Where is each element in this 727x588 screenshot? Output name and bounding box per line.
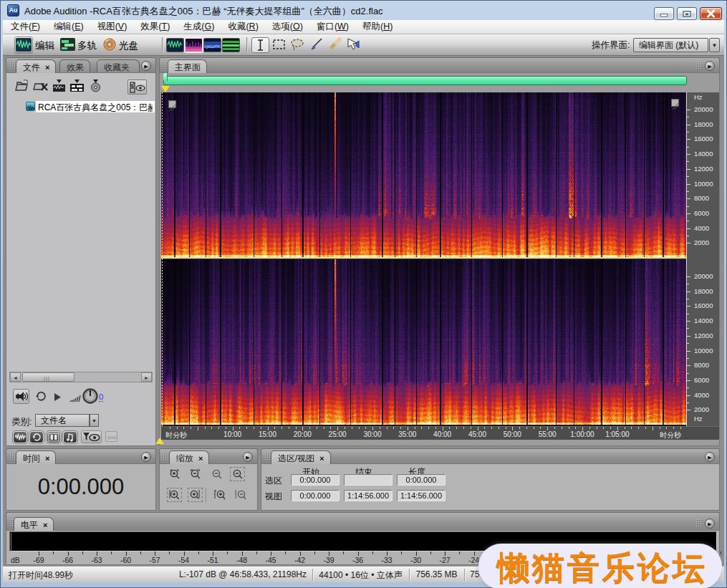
- cng-icon[interactable]: CnG: [105, 431, 117, 442]
- workspace-select[interactable]: 编辑界面 (默认): [633, 38, 708, 52]
- menu-item-5[interactable]: 生成(G): [180, 19, 218, 34]
- selview-panel-menu-button[interactable]: ▶: [705, 452, 715, 462]
- insert-cd-audio-icon[interactable]: [90, 79, 102, 95]
- spectral-view-button[interactable]: [185, 38, 203, 52]
- scroll-right-arrow[interactable]: ►: [141, 372, 152, 382]
- menu-item-4[interactable]: 效果(T): [137, 19, 173, 34]
- cd-view-label[interactable]: 光盘: [119, 39, 138, 52]
- scrub-tool[interactable]: [345, 37, 363, 53]
- tab-effects[interactable]: 效果: [59, 59, 90, 73]
- zoom-in-vertical[interactable]: [213, 488, 227, 501]
- show-video-files-toggle[interactable]: [47, 431, 61, 443]
- insert-into-multitrack-icon[interactable]: [52, 79, 66, 95]
- tab-close-icon[interactable]: ×: [43, 521, 47, 529]
- waveform-view-button[interactable]: [166, 38, 184, 52]
- insert-into-cd-list-icon[interactable]: [69, 79, 85, 95]
- multitrack-view-label[interactable]: 多轨: [77, 39, 97, 52]
- loop-play-button[interactable]: [34, 391, 48, 405]
- tab-close-icon[interactable]: ×: [198, 454, 203, 463]
- zoom-to-selection[interactable]: [231, 468, 244, 481]
- tab-favorites[interactable]: 收藏夹: [97, 59, 140, 73]
- show-midi-files-toggle[interactable]: [63, 431, 77, 443]
- show-options-toggle[interactable]: [127, 79, 147, 95]
- scroll-left-arrow[interactable]: ◄: [10, 372, 21, 382]
- zoom-out-vertical[interactable]: [234, 488, 248, 501]
- files-panel-menu-button[interactable]: ▶: [141, 61, 151, 71]
- menu-item-8[interactable]: 窗口(W): [313, 19, 352, 34]
- zoom-in-horizontal[interactable]: [168, 468, 181, 481]
- menu-item-1[interactable]: 文件(F): [7, 19, 44, 34]
- tab-files[interactable]: 文件×: [16, 59, 56, 73]
- selview-value[interactable]: 1:14:56.000: [344, 490, 393, 501]
- preview-volume-knob[interactable]: [82, 388, 98, 407]
- selview-value[interactable]: 1:14:56.000: [397, 490, 446, 501]
- lasso-selection-tool[interactable]: [289, 37, 307, 53]
- timeline-ruler[interactable]: 时分秒时分秒10:0015:0020:0025:0030:0035:0040:0…: [161, 426, 719, 440]
- tab-level[interactable]: 电平×: [14, 517, 54, 531]
- cd-view-button[interactable]: [103, 38, 116, 54]
- playhead-bottom-marker[interactable]: [155, 438, 164, 444]
- zoom-in-right-edge[interactable]: [188, 488, 202, 501]
- menu-item-9[interactable]: 帮助(H): [359, 19, 396, 34]
- panel-grip[interactable]: [695, 519, 702, 528]
- selection-strip[interactable]: [165, 85, 688, 92]
- selview-value[interactable]: 0:00.000: [291, 474, 340, 486]
- category-select-arrow[interactable]: ▼: [90, 414, 99, 427]
- spectral-display[interactable]: [161, 92, 686, 426]
- show-loop-files-toggle[interactable]: [29, 431, 44, 443]
- menu-item-3[interactable]: 视图(V): [94, 19, 131, 34]
- multitrack-view-button[interactable]: [60, 38, 75, 54]
- minimize-button[interactable]: [654, 7, 674, 20]
- selview-value[interactable]: 0:00.000: [397, 474, 446, 486]
- time-panel-menu-button[interactable]: ▶: [141, 452, 151, 462]
- panel-grip[interactable]: [695, 61, 702, 70]
- tab-selection-view[interactable]: 选区/视图×: [271, 450, 331, 464]
- title-bar[interactable]: Au Adobe Audition -RCA百张古典名盘之005：巴赫 “无伴奏…: [3, 1, 724, 20]
- workspace-select-arrow[interactable]: ▼: [709, 38, 720, 52]
- spot-healing-brush-tool[interactable]: [327, 37, 345, 53]
- spectral-pan-view-button[interactable]: [203, 38, 221, 52]
- restore-button[interactable]: [677, 7, 697, 20]
- playhead-top-marker[interactable]: [161, 86, 170, 92]
- menu-item-2[interactable]: 编辑(E): [50, 19, 87, 34]
- panel-grip[interactable]: [9, 452, 16, 461]
- close-button[interactable]: [700, 7, 722, 20]
- open-file-icon[interactable]: [14, 79, 29, 95]
- menu-item-7[interactable]: 选项(O): [269, 19, 307, 34]
- edit-view-label[interactable]: 编辑: [35, 39, 54, 52]
- knob-value[interactable]: 0: [99, 392, 103, 402]
- zoom-panel-menu-button[interactable]: ▶: [243, 452, 253, 462]
- menu-item-6[interactable]: 收藏(R): [224, 19, 261, 34]
- files-hscrollbar[interactable]: ◄ ►: [9, 372, 153, 382]
- zoom-in-left-edge[interactable]: [168, 488, 181, 501]
- scrollbar-thumb[interactable]: [22, 372, 74, 382]
- category-select[interactable]: 文件名: [35, 414, 90, 427]
- file-list-item[interactable]: RCA百张古典名盘之005：巴赫: [36, 101, 155, 112]
- play-button[interactable]: [54, 392, 62, 405]
- close-file-icon[interactable]: [33, 79, 49, 95]
- effects-paintbrush-tool[interactable]: [308, 37, 326, 53]
- main-panel-menu-button[interactable]: ▶: [705, 61, 715, 71]
- tab-main-interface[interactable]: 主界面: [168, 59, 207, 73]
- phase-view-button[interactable]: [222, 38, 240, 52]
- auto-play-button[interactable]: [13, 389, 29, 404]
- zoom-out-full[interactable]: [210, 468, 223, 481]
- panel-grip[interactable]: [163, 452, 169, 461]
- tab-close-icon[interactable]: ×: [319, 454, 324, 463]
- edit-view-button[interactable]: [14, 37, 33, 53]
- level-panel-menu-button[interactable]: ▶: [705, 519, 715, 529]
- show-audio-files-toggle[interactable]: [13, 431, 27, 443]
- tab-time[interactable]: 时间×: [16, 450, 56, 464]
- range-bar-left-cap[interactable]: [163, 73, 168, 81]
- time-selection-tool[interactable]: [251, 37, 269, 53]
- panel-grip[interactable]: [264, 452, 271, 461]
- panel-grip[interactable]: [9, 61, 16, 70]
- tab-zoom[interactable]: 缩放×: [169, 450, 209, 464]
- selview-value[interactable]: [344, 474, 393, 486]
- marquee-selection-tool[interactable]: [271, 37, 289, 53]
- scroll-grabber-left[interactable]: [168, 100, 176, 108]
- tab-close-icon[interactable]: ×: [45, 63, 49, 72]
- filter-display-toggle[interactable]: [81, 430, 102, 443]
- selview-value[interactable]: 0:00.000: [291, 490, 340, 501]
- scroll-grabber-right[interactable]: [671, 99, 679, 107]
